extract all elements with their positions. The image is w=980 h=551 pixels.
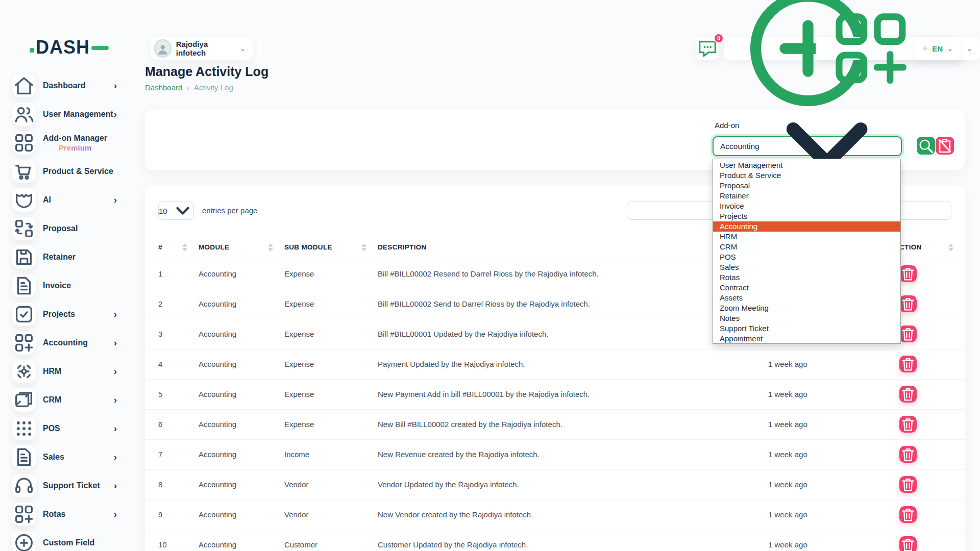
cell-action: [868, 530, 965, 551]
reset-filter-button[interactable]: [936, 137, 954, 155]
cell-module: Accounting: [199, 499, 284, 530]
cell-module: Accounting: [199, 469, 284, 499]
globe-icon: [922, 43, 927, 54]
breadcrumb-dashboard-link[interactable]: Dashboard: [145, 83, 182, 92]
sort-icon: [182, 243, 187, 251]
clear-filter-icon: [936, 137, 954, 155]
dropdown-option[interactable]: Assets: [713, 293, 900, 303]
sidebar-item-custom-field[interactable]: Custom Field: [0, 529, 135, 551]
chat-badge: 0: [714, 33, 724, 43]
cell-date: 1 week ago: [745, 409, 868, 439]
trash-icon: [899, 506, 917, 523]
column-header-sub-module[interactable]: SUB MODULE: [284, 236, 378, 259]
dropdown-option[interactable]: Appointment: [713, 334, 900, 344]
dropdown-option[interactable]: Rotas: [713, 272, 900, 283]
sidebar-item-addon-manager[interactable]: Add-on Manager Premium: [0, 129, 135, 157]
dropdown-option[interactable]: Notes: [713, 313, 900, 323]
app-logo[interactable]: DASH: [30, 37, 109, 58]
sidebar-item-projects[interactable]: Projects ›: [0, 300, 135, 329]
sort-icon: [948, 243, 953, 251]
addon-select-dropdown: User ManagementProduct & ServiceProposal…: [713, 159, 901, 344]
dropdown-option[interactable]: Proposal: [713, 181, 900, 191]
trash-icon: [899, 295, 917, 313]
trash-icon: [899, 416, 917, 433]
dropdown-option[interactable]: Accounting: [713, 221, 900, 232]
column-header-description[interactable]: DESCRIPTION: [378, 236, 745, 259]
delete-button[interactable]: [899, 506, 917, 523]
logo-dot-icon: [30, 48, 34, 53]
dropdown-option[interactable]: POS: [713, 252, 900, 262]
cell-module: Accounting: [199, 409, 284, 439]
table-row: 7AccountingIncomeNew Revenue created by …: [145, 439, 965, 469]
dropdown-option[interactable]: HRM: [713, 232, 900, 242]
dropdown-option[interactable]: CRM: [713, 242, 900, 252]
dropdown-option[interactable]: Projects: [713, 211, 900, 221]
sidebar-item-support-ticket[interactable]: Support Ticket ›: [0, 471, 135, 500]
chevron-right-icon: ›: [114, 309, 117, 320]
addon-select[interactable]: Accounting: [713, 136, 902, 156]
dropdown-option[interactable]: Sales: [713, 262, 900, 272]
dropdown-option[interactable]: Retainer: [713, 191, 900, 201]
column-header-module[interactable]: MODULE: [199, 236, 284, 259]
sidebar-item-proposal[interactable]: Proposal: [0, 214, 135, 243]
sidebar-item-user-management[interactable]: User Management ›: [0, 100, 135, 129]
language-selector[interactable]: EN ⌄: [915, 37, 961, 60]
circle-plus-icon: [12, 531, 36, 551]
users-icon: [12, 103, 36, 126]
delete-button[interactable]: [899, 386, 917, 403]
sidebar-nav: Dashboard › User Management › Add-on Man…: [0, 71, 135, 551]
cell-index: 9: [145, 499, 199, 530]
sidebar-item-rotas[interactable]: Rotas ›: [0, 500, 135, 529]
apply-filter-button[interactable]: [917, 137, 935, 155]
chevron-down-icon: ⌄: [967, 45, 972, 53]
delete-button[interactable]: [899, 325, 917, 342]
cell-index: 10: [145, 530, 199, 551]
delete-button[interactable]: [899, 446, 917, 463]
entries-per-page-label: entries per page: [202, 206, 257, 215]
grid-plus-icon: [12, 331, 36, 355]
sidebar-item-crm[interactable]: CRM ›: [0, 386, 135, 414]
chevron-right-icon: ›: [114, 80, 117, 91]
cell-index: 2: [145, 289, 199, 319]
sidebar-item-pos[interactable]: POS ›: [0, 414, 135, 443]
avatar: [154, 39, 172, 58]
delete-button[interactable]: [899, 476, 917, 493]
table-row: 8AccountingVendorVendor Updated by the R…: [145, 469, 965, 499]
sidebar-item-hrm[interactable]: HRM ›: [0, 357, 135, 386]
dropdown-option[interactable]: Support Ticket: [713, 323, 900, 334]
delete-button[interactable]: [899, 416, 917, 433]
dropdown-option[interactable]: Invoice: [713, 201, 900, 211]
dropdown-option[interactable]: Zoom Meeting: [713, 303, 900, 313]
cell-module: Accounting: [199, 259, 284, 289]
trash-icon: [899, 476, 917, 493]
cell-sub-module: Expense: [284, 379, 378, 409]
sidebar-item-sales[interactable]: Sales ›: [0, 443, 135, 471]
sidebar-item-dashboard[interactable]: Dashboard ›: [0, 71, 135, 100]
column-header-index[interactable]: #: [145, 236, 199, 259]
table-row: 10AccountingCustomerCustomer Updated by …: [145, 530, 965, 551]
dropdown-option[interactable]: Product & Service: [713, 170, 900, 181]
chat-button[interactable]: 0: [696, 37, 719, 60]
dropdown-option[interactable]: User Management: [713, 160, 900, 170]
sort-icon: [361, 243, 366, 251]
page-size-select[interactable]: 10: [158, 202, 194, 220]
sidebar-item-invoice[interactable]: Invoice: [0, 271, 135, 300]
sidebar-item-accounting[interactable]: Accounting ›: [0, 329, 135, 357]
cell-action: [868, 499, 965, 530]
ai-icon: [12, 188, 36, 212]
cell-description: New Revenue created by the Rajodiya info…: [378, 439, 745, 469]
cell-module: Accounting: [199, 319, 284, 349]
cell-date: 1 week ago: [745, 469, 868, 499]
workspace-switcher[interactable]: Rajodiya infotech ⌄: [151, 37, 253, 60]
delete-button[interactable]: [899, 265, 917, 282]
dropdown-option[interactable]: Contract: [713, 283, 900, 293]
sidebar-item-ai[interactable]: AI ›: [0, 186, 135, 214]
cell-date: 1 week ago: [745, 530, 868, 551]
trash-icon: [899, 386, 917, 403]
cell-sub-module: Customer: [284, 530, 378, 551]
sidebar-item-product-service[interactable]: Product & Service: [0, 157, 135, 186]
delete-button[interactable]: [899, 295, 917, 312]
delete-button[interactable]: [899, 536, 917, 551]
sidebar-item-retainer[interactable]: Retainer: [0, 243, 135, 271]
delete-button[interactable]: [899, 356, 917, 372]
